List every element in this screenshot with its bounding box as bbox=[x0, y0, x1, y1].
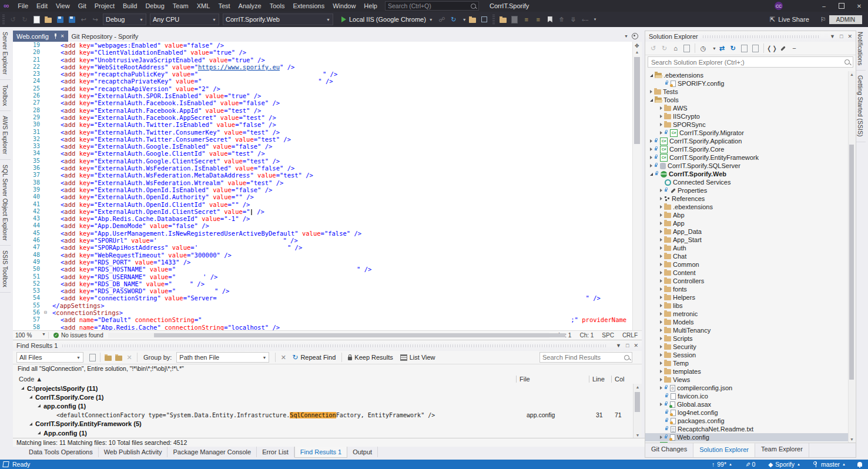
code-line[interactable]: 27<add key="ExternalAuth.Facebook.IsEnab… bbox=[13, 99, 633, 106]
solution-tree[interactable]: .ebextensionsSPORIFY.configTestsToolsAWS… bbox=[645, 71, 849, 443]
refresh-button[interactable]: ↻ bbox=[728, 43, 738, 53]
group-by-dropdown[interactable]: Path then File▼ bbox=[176, 352, 269, 363]
menu-edit[interactable]: Edit bbox=[32, 0, 52, 12]
indent-decrease-icon[interactable]: ≡ bbox=[521, 14, 532, 25]
chevron-expanded-icon[interactable] bbox=[21, 387, 24, 390]
tree-item-views[interactable]: Views bbox=[645, 376, 849, 384]
tree-item-web-config[interactable]: Web.config bbox=[645, 433, 849, 441]
chevron-right-icon[interactable] bbox=[660, 337, 662, 340]
notifications-bell-icon[interactable] bbox=[857, 462, 862, 467]
editor-horizontal-scrollbar[interactable] bbox=[108, 333, 549, 338]
code-line[interactable]: 41<add key="ExternalAuth.OpenId.ClientId… bbox=[13, 201, 633, 208]
chevron-right-icon[interactable] bbox=[660, 296, 662, 299]
chevron-right-icon[interactable] bbox=[660, 246, 662, 250]
tree-item-corrit-sporify-sqlserver[interactable]: CorrIT.Sporify.SQLServer bbox=[645, 162, 849, 170]
code-line[interactable]: 23<add key="recaptchaPublicKey" value=""… bbox=[13, 71, 633, 78]
chevron-right-icon[interactable] bbox=[660, 361, 662, 365]
result-group-row[interactable]: CorrIT.Sporify.EntityFramework (5) bbox=[13, 420, 634, 428]
tree-item-multitenancy[interactable]: MultiTenancy bbox=[645, 326, 849, 334]
tree-item-sporsync[interactable]: SPORSync bbox=[645, 120, 849, 129]
scroll-down-arrow[interactable]: ▼ bbox=[849, 437, 855, 441]
tree-item-app-data[interactable]: App_Data bbox=[645, 227, 849, 236]
nest-related-files-button[interactable] bbox=[739, 43, 749, 53]
code-line[interactable]: 38<add key="ExternalAuth.WsFederation.Wt… bbox=[13, 179, 633, 186]
chevron-right-icon[interactable] bbox=[660, 115, 662, 118]
chevron-expanded-icon[interactable] bbox=[38, 404, 41, 407]
se-tab-team-explorer[interactable]: Team Explorer bbox=[755, 443, 809, 457]
toolbar-overflow-button[interactable]: ▾ bbox=[594, 17, 596, 22]
view-code-button[interactable]: ❬❭ bbox=[767, 43, 777, 53]
tree-item-corrit-sporify-migrator[interactable]: C#CorrIT.Sporify.Migrator bbox=[645, 129, 849, 137]
chevron-right-icon[interactable] bbox=[660, 378, 662, 381]
tree-item-global-asax[interactable]: Global.asax bbox=[645, 400, 849, 408]
code-line[interactable]: 48<add key="WebRequestTimeout" value="30… bbox=[13, 252, 633, 259]
gear-icon[interactable] bbox=[632, 33, 638, 39]
chevron-right-icon[interactable] bbox=[650, 164, 652, 168]
code-line[interactable]: 36<add key="ExternalAuth.WsFederation.Is… bbox=[13, 165, 633, 172]
repeat-find-button[interactable]: ↻ Repeat Find bbox=[292, 353, 336, 361]
menu-file[interactable]: File bbox=[14, 0, 32, 12]
pending-changes-filter-button[interactable]: ◷ bbox=[698, 43, 708, 53]
panel-tab-find-results-1[interactable]: Find Results 1 bbox=[294, 447, 347, 458]
chevron-right-icon[interactable] bbox=[660, 238, 662, 242]
code-line[interactable]: 34<add key="ExternalAuth.Google.ClientId… bbox=[13, 150, 633, 157]
chevron-expanded-icon[interactable] bbox=[650, 74, 653, 77]
menu-analyze[interactable]: Analyze bbox=[234, 0, 266, 12]
close-icon[interactable]: ✕ bbox=[634, 343, 638, 349]
solution-platform-dropdown[interactable]: Any CPU▼ bbox=[150, 14, 219, 25]
tree-item-app-start[interactable]: App_Start bbox=[645, 236, 849, 244]
tree-item-iiscrypto[interactable]: IISCrypto bbox=[645, 112, 849, 120]
code-line[interactable]: 51<add key="RDS_USERNAME" value="' /> bbox=[13, 273, 633, 280]
code-editor[interactable]: 19<add key="webpages:Enabled" value="fal… bbox=[13, 42, 633, 331]
background-tasks-icon[interactable] bbox=[2, 461, 9, 467]
chevron-right-icon[interactable] bbox=[660, 230, 662, 233]
tree-item-fonts[interactable]: fonts bbox=[645, 285, 849, 293]
tree-item-metronic[interactable]: metronic bbox=[645, 310, 849, 318]
code-line[interactable]: 29<add key="ExternalAuth.Facebook.AppSec… bbox=[13, 114, 633, 121]
scrollbar-thumb[interactable] bbox=[634, 57, 640, 144]
tree-scrollbar[interactable]: ▲ ▼ bbox=[848, 71, 855, 443]
tool-tab-notifications[interactable]: Notifications bbox=[855, 27, 866, 71]
menu-window[interactable]: Window bbox=[329, 0, 360, 12]
repository-picker[interactable]: ◆ Sporify ▲ bbox=[768, 461, 800, 468]
chevron-expanded-icon[interactable] bbox=[29, 396, 32, 398]
tree-item-aws[interactable]: AWS bbox=[645, 104, 849, 112]
save-all-button[interactable] bbox=[66, 14, 77, 25]
redo-button[interactable]: ↪ bbox=[90, 14, 100, 25]
chevron-right-icon[interactable] bbox=[660, 213, 662, 217]
tree-item-compilerconfig-json[interactable]: {}compilerconfig.json bbox=[645, 384, 849, 392]
toggle-bookmark-button[interactable] bbox=[545, 14, 555, 25]
tree-item-tools[interactable]: Tools bbox=[645, 96, 849, 104]
quick-search-input[interactable]: Search (Ctrl+Q) bbox=[385, 1, 479, 11]
show-all-files-button[interactable] bbox=[750, 43, 760, 53]
code-line[interactable]: 47<add key="SPORApiHostAddress" value='"… bbox=[13, 244, 633, 251]
tree-item-common[interactable]: Common bbox=[645, 260, 849, 269]
result-group-row[interactable]: App.config (1) bbox=[13, 428, 634, 437]
code-line[interactable]: 43<add key="Abp.Redis.Cache.DatabaseId" … bbox=[13, 215, 633, 222]
feedback-icon[interactable]: ⚐ bbox=[818, 14, 829, 25]
document-list-dropdown[interactable]: ▼ bbox=[624, 34, 628, 38]
code-line[interactable]: 21<add key="UnobtrusiveJavaScriptEnabled… bbox=[13, 56, 633, 63]
se-tab-solution-explorer[interactable]: Solution Explorer bbox=[693, 443, 755, 457]
minimize-button[interactable]: – bbox=[815, 0, 833, 12]
chevron-right-icon[interactable] bbox=[660, 271, 662, 274]
code-line[interactable]: 24<add key="recaptchaPrivateKey" value="… bbox=[13, 78, 633, 85]
tree-item-properties[interactable]: Properties bbox=[645, 186, 849, 195]
chevron-expanded-icon[interactable] bbox=[38, 431, 41, 434]
keep-results-button[interactable]: Keep Results bbox=[348, 354, 393, 361]
zoom-dropdown[interactable]: 100 %▼ bbox=[13, 332, 49, 339]
tree-item-abp[interactable]: Abp bbox=[645, 211, 849, 219]
chevron-right-icon[interactable] bbox=[660, 197, 662, 200]
new-file-button[interactable] bbox=[31, 14, 42, 25]
menu-tools[interactable]: Tools bbox=[266, 0, 289, 12]
column-line[interactable]: Line bbox=[589, 376, 611, 383]
sync-with-active-document-button[interactable]: ⇄ bbox=[717, 43, 727, 53]
code-line[interactable]: 56⊟<connectionStrings> bbox=[13, 309, 633, 316]
scroll-up-arrow[interactable]: ▲ bbox=[849, 72, 855, 76]
chevron-expanded-icon[interactable] bbox=[650, 99, 653, 102]
tool-tab-sql-server-object-explorer[interactable]: SQL Server Object Explorer bbox=[0, 160, 11, 246]
chevron-right-icon[interactable] bbox=[660, 279, 662, 283]
close-button[interactable]: ✕ bbox=[850, 0, 868, 12]
chevron-right-icon[interactable] bbox=[650, 156, 652, 159]
window-position-dropdown[interactable]: ▼ bbox=[830, 34, 835, 39]
